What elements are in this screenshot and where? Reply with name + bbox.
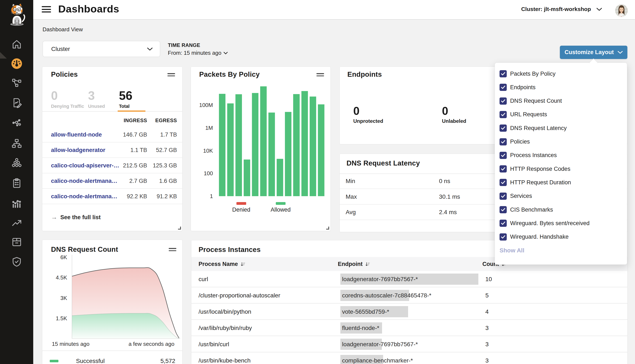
sidebar-item-trending-up[interactable] (0, 217, 33, 229)
policy-link[interactable]: calico-node-alertmana… (51, 193, 117, 200)
policies-drag-handle[interactable] (167, 73, 175, 76)
dashboard-gauge-icon (11, 58, 22, 69)
checkbox-checked-icon[interactable] (500, 138, 507, 146)
menu-item-services[interactable]: Services (500, 192, 532, 201)
calico-cat-logo[interactable] (7, 3, 27, 26)
sidebar-item-network-flow[interactable] (0, 77, 33, 89)
user-avatar[interactable] (615, 4, 628, 17)
process-row: /cluster-proportional-autoscalercoredns-… (191, 287, 627, 304)
menu-item-wireguard-handshake[interactable]: Wireguard. Handshake (500, 232, 568, 242)
sort-icon (241, 262, 246, 267)
dns-count-legend: Successful 5,572 (42, 350, 182, 364)
legend-label: Allowed (271, 206, 291, 213)
policy-row: allow-loadgenerator1.1 TB52.7 GB (42, 142, 182, 158)
sidebar-item-policies-document[interactable] (0, 97, 33, 109)
menu-item-label: DNS Request Latency (510, 125, 567, 132)
menu-item-http-response-codes[interactable]: HTTP Response Codes (500, 164, 570, 174)
policy-link[interactable]: calico-node-alertmana… (51, 178, 117, 184)
menu-item-packets-by-policy[interactable]: Packets By Policy (500, 69, 556, 78)
sidebar-item-storage-archive[interactable] (0, 236, 33, 248)
policy-link[interactable]: allow-loadgenerator (51, 147, 105, 154)
time-range-value[interactable]: From: 15 minutes ago (168, 50, 228, 56)
bar-allowed (277, 159, 283, 196)
process-endpoint: vote-5655bd759-* (342, 308, 389, 315)
policy-link[interactable]: calico-cloud-apiserver-… (51, 162, 119, 169)
policies-resize-handle[interactable] (178, 226, 181, 230)
checkbox-checked-icon[interactable] (500, 233, 507, 240)
sidebar-item-service-graph[interactable] (0, 117, 33, 129)
legend-allowed: Allowed (271, 202, 291, 213)
menu-item-policies[interactable]: Policies (500, 137, 530, 146)
page-title: Dashboards (58, 3, 119, 15)
customize-layout-button[interactable]: Customize Layout (560, 46, 627, 59)
sidebar-item-activity-chart[interactable] (0, 197, 33, 209)
sidebar-item-shield-check[interactable] (0, 256, 33, 268)
dashboard-view-select[interactable]: Cluster (43, 41, 160, 57)
menu-item-wireguard-bytes-sent-received[interactable]: Wireguard. Bytes sent/received (500, 218, 589, 228)
process-row: curlloadgenerator-7697bb7567-*10 (191, 271, 627, 287)
sidebar-item-hierarchy-tree[interactable] (0, 138, 33, 150)
cluster-switcher[interactable]: Cluster: jlt-msft-workshop (521, 6, 602, 12)
activity-chart-icon (11, 198, 22, 209)
policies-stat-unused[interactable]: 3Unused (88, 90, 105, 109)
time-range-label: TIME RANGE (168, 42, 228, 48)
y-tick-label: 100M (199, 102, 213, 108)
checkbox-checked-icon[interactable] (500, 152, 507, 159)
sidebar-item-home[interactable] (0, 38, 33, 50)
bar-allowed (227, 103, 234, 196)
y-tick-label: 1M (205, 125, 213, 131)
menu-item-process-instances[interactable]: Process Instances (500, 151, 557, 160)
menu-item-label: Endpoints (510, 84, 536, 91)
checkbox-checked-icon[interactable] (500, 70, 507, 77)
menu-item-cis-benchmarks[interactable]: CIS Benchmarks (500, 205, 553, 214)
sidebar-item-compliance-clipboard[interactable] (0, 177, 33, 189)
checkbox-checked-icon[interactable] (500, 98, 507, 105)
packets-resize-handle[interactable] (326, 226, 329, 230)
menu-item-dns-request-count[interactable]: DNS Request Count (500, 96, 562, 106)
menu-item-http-request-duration[interactable]: HTTP Request Duration (500, 178, 571, 187)
latency-label: Max (346, 194, 357, 200)
policies-active-tab-underline (118, 110, 145, 112)
process-name: /usr/bin/kube-bench (198, 357, 251, 364)
process-row: /var/lib/ruby/bin/rubyfluentd-node-*3 (191, 320, 627, 336)
latency-value: 2.4 ms (439, 209, 457, 216)
y-tick-label: 4.5K (56, 274, 67, 281)
top-bar: Dashboards Cluster: jlt-msft-workshop (33, 0, 635, 20)
network-flow-icon (11, 78, 22, 89)
checkbox-checked-icon[interactable] (500, 206, 507, 213)
service-graph-icon (11, 117, 22, 128)
menu-item-dns-request-latency[interactable]: DNS Request Latency (500, 124, 567, 133)
policy-ingress: 1.1 TB (130, 147, 147, 154)
process-row: /usr/bin/curlloadgenerator-7697bb7567-*3 (191, 336, 627, 352)
show-all-link[interactable]: Show All (500, 247, 524, 254)
checkbox-checked-icon[interactable] (500, 220, 507, 227)
checkbox-checked-icon[interactable] (500, 124, 507, 132)
menu-item-label: HTTP Response Codes (510, 166, 570, 172)
policies-stat-denying-traffic[interactable]: 0Denying Traffic (51, 90, 84, 109)
time-range-value-text: From: 15 minutes ago (168, 50, 222, 56)
policies-stat-total[interactable]: 56Total (119, 90, 132, 109)
policy-link[interactable]: allow-fluentd-node (51, 132, 102, 138)
checkbox-checked-icon[interactable] (500, 165, 507, 172)
menu-item-endpoints[interactable]: Endpoints (500, 83, 536, 92)
trending-up-icon (11, 218, 22, 228)
checkbox-checked-icon[interactable] (500, 179, 507, 186)
hierarchy-tree-icon (11, 138, 22, 149)
legend-value: 5,572 (160, 358, 175, 364)
sidebar-item-cluster-nodes[interactable] (0, 157, 33, 169)
y-tick-label: 100 (204, 170, 213, 176)
menu-item-url-requests[interactable]: URL Requests (500, 110, 547, 119)
policy-ingress: 212.5 GB (123, 162, 147, 169)
menu-hamburger-icon[interactable] (42, 6, 51, 13)
checkbox-checked-icon[interactable] (500, 84, 507, 91)
see-full-list-link[interactable]: →See the full list (51, 214, 101, 221)
checkbox-checked-icon[interactable] (500, 111, 507, 118)
column-endpoint[interactable]: Endpoint (338, 261, 370, 268)
sidebar-item-dashboard-gauge[interactable] (0, 58, 33, 70)
chevron-down-icon (224, 52, 228, 54)
calico-cloud-dashboard: Dashboards Cluster: jlt-msft-workshop (0, 0, 635, 364)
checkbox-checked-icon[interactable] (500, 192, 507, 200)
bar-allowed (268, 112, 275, 196)
column-process-name[interactable]: Process Name (198, 261, 246, 268)
process-name: curl (198, 276, 208, 282)
